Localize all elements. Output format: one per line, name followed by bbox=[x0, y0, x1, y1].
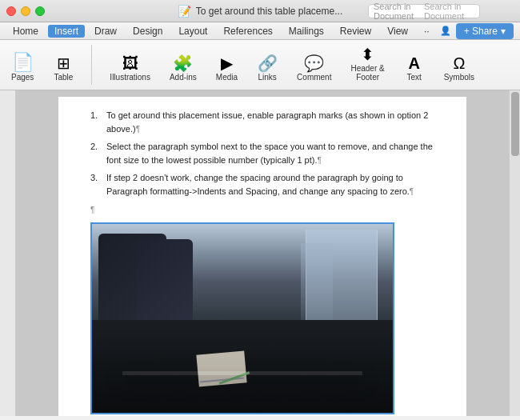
links-icon: 🔗 bbox=[258, 55, 278, 71]
ribbon-symbols[interactable]: Ω Symbols bbox=[439, 52, 479, 85]
text-icon: A bbox=[408, 55, 419, 71]
media-icon: ▶ bbox=[221, 55, 233, 71]
ribbon-illustrations[interactable]: 🖼 Illustrations bbox=[105, 52, 155, 85]
ribbon-sep-1 bbox=[91, 45, 92, 85]
person-icon: 👤 bbox=[440, 26, 451, 36]
ribbon-text[interactable]: A Text bbox=[399, 52, 430, 85]
menu-layout[interactable]: Layout bbox=[172, 25, 214, 38]
header-footer-icon: ⬍ bbox=[361, 46, 374, 62]
menu-design[interactable]: Design bbox=[126, 25, 169, 38]
symbols-icon: Ω bbox=[453, 55, 465, 71]
share-button[interactable]: + Share ▾ bbox=[456, 23, 514, 39]
ribbon-comment[interactable]: 💬 Comment bbox=[292, 52, 336, 85]
menu-draw[interactable]: Draw bbox=[88, 25, 123, 38]
document-scroll[interactable]: To get around this placement issue, enab… bbox=[16, 90, 509, 416]
pilcrow-marker: ¶ bbox=[90, 204, 434, 216]
menu-mailings[interactable]: Mailings bbox=[282, 25, 330, 38]
close-button[interactable] bbox=[6, 6, 16, 16]
list-item: If step 2 doesn't work, change the spaci… bbox=[90, 171, 434, 198]
pages-icon: 📄 bbox=[12, 54, 34, 71]
traffic-lights bbox=[6, 6, 45, 16]
conference-image bbox=[90, 222, 394, 414]
list-item: Select the paragraph symbol next to the … bbox=[90, 140, 434, 166]
list-item: To get around this placement issue, enab… bbox=[90, 109, 434, 135]
menu-view[interactable]: View bbox=[381, 25, 414, 38]
scrollbar[interactable] bbox=[509, 90, 520, 416]
search-placeholder: Search in Document bbox=[374, 2, 424, 21]
maximize-button[interactable] bbox=[35, 6, 45, 16]
left-ruler bbox=[0, 90, 16, 416]
table-icon: ⊞ bbox=[57, 55, 70, 71]
menu-more[interactable]: ·· bbox=[418, 25, 436, 38]
minimize-button[interactable] bbox=[21, 6, 30, 16]
comment-icon: 💬 bbox=[304, 55, 324, 71]
ribbon-header-footer[interactable]: ⬍ Header & Footer bbox=[346, 43, 389, 85]
ribbon-media[interactable]: ▶ Media bbox=[211, 52, 242, 85]
ribbon: 📄 Pages ⊞ Table 🖼 Illustrations 🧩 Add-in… bbox=[0, 40, 520, 90]
menu-bar: Home Insert Draw Design Layout Reference… bbox=[0, 22, 520, 40]
illustrations-icon: 🖼 bbox=[122, 55, 138, 71]
document-page: To get around this placement issue, enab… bbox=[58, 97, 466, 416]
scrollbar-thumb[interactable] bbox=[511, 92, 519, 156]
ribbon-pages[interactable]: 📄 Pages bbox=[6, 50, 38, 85]
document-area: To get around this placement issue, enab… bbox=[0, 90, 520, 416]
ribbon-links[interactable]: 🔗 Links bbox=[252, 52, 282, 85]
menu-home[interactable]: Home bbox=[6, 25, 45, 38]
search-box[interactable]: Search in Document Search in Document bbox=[368, 4, 480, 18]
chevron-down-icon: ▾ bbox=[501, 26, 506, 37]
menu-references[interactable]: References bbox=[217, 25, 278, 38]
window-title: To get around this table placeme... bbox=[196, 6, 342, 17]
menu-review[interactable]: Review bbox=[334, 25, 378, 38]
doc-icon: 📝 bbox=[178, 5, 191, 18]
title-center: 📝 To get around this table placeme... bbox=[178, 5, 342, 18]
title-bar: 📝 To get around this table placeme... Se… bbox=[0, 0, 520, 22]
ribbon-table[interactable]: ⊞ Table bbox=[48, 52, 78, 85]
menu-insert[interactable]: Insert bbox=[48, 25, 85, 38]
add-ins-icon: 🧩 bbox=[173, 55, 193, 71]
instruction-list: To get around this placement issue, enab… bbox=[90, 109, 434, 198]
ribbon-add-ins[interactable]: 🧩 Add-ins bbox=[165, 52, 202, 85]
